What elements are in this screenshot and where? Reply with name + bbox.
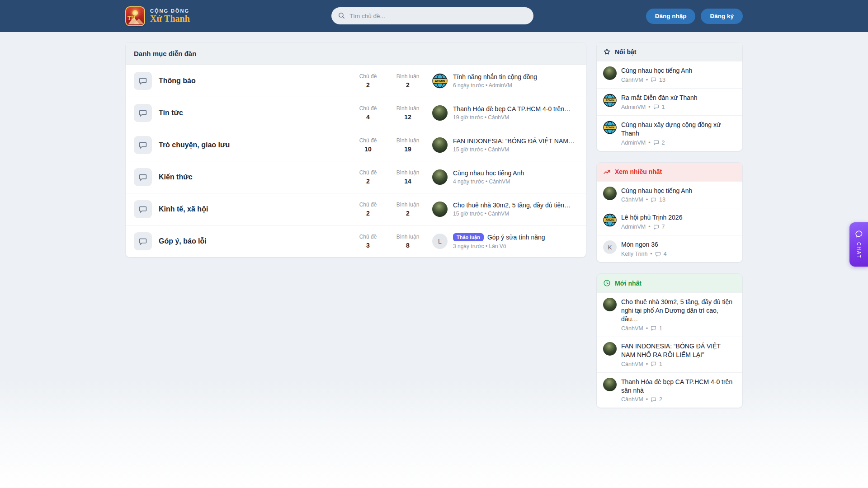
topic-title[interactable]: Ra mắt Diễn đàn xứ Thanh bbox=[621, 94, 698, 102]
meta-separator: • bbox=[648, 140, 650, 146]
category-name: Kinh tế, xã hội bbox=[159, 205, 348, 213]
svg-text:ADMIN: ADMIN bbox=[435, 80, 445, 83]
sidebar-topic-item[interactable]: Cùng nhau học tiếng Anh CảnhVM • 13 bbox=[597, 181, 742, 208]
sidebar-topic-item[interactable]: FAN INDONESIA: “BÓNG ĐÁ VIỆT NAM NHỔ RA … bbox=[597, 337, 742, 372]
comments-count: 19 bbox=[388, 145, 428, 153]
category-chat-bubble-icon bbox=[134, 104, 152, 122]
avatar bbox=[603, 66, 617, 80]
forum-category-row[interactable]: Trò chuyện, giao lưu Chủ đề 10 Bình luận… bbox=[126, 129, 586, 161]
comment-icon bbox=[655, 251, 661, 257]
topics-stat: Chủ đề 10 bbox=[348, 137, 388, 153]
meta-separator: • bbox=[648, 224, 650, 230]
sidebar-topic-item[interactable]: ADMIN Ra mắt Diễn đàn xứ Thanh AdminVM •… bbox=[597, 88, 742, 115]
brand-community-label: CỘNG ĐỒNG bbox=[150, 8, 190, 14]
category-chat-bubble-icon bbox=[134, 168, 152, 186]
forum-category-row[interactable]: Góp ý, báo lỗi Chủ đề 3 Bình luận 8 L Th… bbox=[126, 225, 586, 257]
latest-post: Cho thuê nhà 30m2, 5 tầng, đầy đủ tiện… … bbox=[432, 202, 578, 217]
brand-name: Xứ Thanh bbox=[150, 14, 190, 24]
topic-title[interactable]: Cùng nhau học tiếng Anh bbox=[621, 187, 692, 195]
comments-stat: Bình luận 19 bbox=[388, 137, 428, 153]
comment-icon bbox=[651, 325, 656, 331]
sidebar-topic-item[interactable]: ADMIN Cùng nhau xây dựng cộng đồng xứ Th… bbox=[597, 115, 742, 151]
comment-icon bbox=[653, 140, 659, 145]
admin-globe-icon: ADMIN bbox=[432, 73, 448, 89]
topic-title[interactable]: Lễ hội phủ Trịnh 2026 bbox=[621, 213, 682, 222]
topic-comment-count: 2 bbox=[662, 140, 665, 146]
comments-stat: Bình luận 8 bbox=[388, 234, 428, 249]
sidebar-topic-item[interactable]: ADMIN Lễ hội phủ Trịnh 2026 AdminVM • 7 bbox=[597, 208, 742, 235]
comments-count: 2 bbox=[388, 81, 428, 89]
site-logo[interactable]: TH CỘNG ĐỒNG Xứ Thanh bbox=[125, 6, 190, 26]
avatar: ADMIN bbox=[603, 94, 617, 107]
topics-count: 2 bbox=[348, 81, 388, 89]
latest-post: FAN INDONESIA: “BÓNG ĐÁ VIỆT NAM… 15 giờ… bbox=[432, 137, 578, 153]
featured-widget: Nổi bật Cùng nhau học tiếng Anh CảnhVM •… bbox=[596, 42, 743, 151]
topic-title[interactable]: Cùng nhau xây dựng cộng đồng xứ Thanh bbox=[621, 121, 736, 138]
admin-globe-icon: ADMIN bbox=[603, 213, 617, 227]
category-name: Kiến thức bbox=[159, 173, 348, 181]
sidebar-topic-item[interactable]: Cùng nhau học tiếng Anh CảnhVM • 13 bbox=[597, 61, 742, 88]
search-input[interactable] bbox=[331, 7, 533, 24]
latest-post-title[interactable]: FAN INDONESIA: “BÓNG ĐÁ VIỆT NAM… bbox=[453, 137, 575, 145]
avatar bbox=[432, 169, 448, 185]
trending-up-icon bbox=[603, 168, 611, 176]
avatar bbox=[603, 187, 617, 200]
topics-label: Chủ đề bbox=[348, 234, 388, 240]
avatar: K bbox=[603, 240, 617, 254]
svg-text:ADMIN: ADMIN bbox=[605, 126, 614, 129]
topic-comment-count: 7 bbox=[662, 224, 665, 230]
latest-post-title[interactable]: Cùng nhau học tiếng Anh bbox=[453, 169, 524, 177]
topic-title[interactable]: Thanh Hóa đè bẹp CA TP.HCM 4-0 trên sân … bbox=[621, 378, 736, 395]
category-name: Trò chuyện, giao lưu bbox=[159, 141, 348, 149]
forum-category-row[interactable]: Kinh tế, xã hội Chủ đề 2 Bình luận 2 Cho… bbox=[126, 193, 586, 225]
latest-post-title[interactable]: Cho thuê nhà 30m2, 5 tầng, đầy đủ tiện… bbox=[453, 202, 571, 209]
chat-label: CHAT bbox=[856, 242, 861, 258]
topics-count: 10 bbox=[348, 145, 388, 153]
sidebar-topic-item[interactable]: Cho thuê nhà 30m2, 5 tầng, đầy đủ tiện n… bbox=[597, 292, 742, 337]
latest-post-meta: 15 giờ trước • CảnhVM bbox=[453, 211, 571, 217]
comments-label: Bình luận bbox=[388, 105, 428, 112]
topic-title[interactable]: Món ngon 36 bbox=[621, 240, 667, 249]
avatar bbox=[603, 342, 617, 356]
meta-separator: • bbox=[646, 361, 648, 367]
latest-post: Cùng nhau học tiếng Anh 4 ngày trước • C… bbox=[432, 169, 578, 185]
comments-label: Bình luận bbox=[388, 137, 428, 144]
clock-icon bbox=[603, 279, 611, 287]
category-chat-bubble-icon bbox=[134, 72, 152, 90]
sidebar-topic-item[interactable]: K Món ngon 36 Kelly Trinh • 4 bbox=[597, 235, 742, 262]
comment-icon bbox=[651, 361, 656, 367]
star-icon bbox=[603, 48, 611, 56]
topics-label: Chủ đề bbox=[348, 202, 388, 208]
top-navigation-bar: TH CỘNG ĐỒNG Xứ Thanh Đăng nhập Đăng ký bbox=[0, 0, 868, 32]
topic-title[interactable]: Cùng nhau học tiếng Anh bbox=[621, 66, 692, 75]
latest-post-title[interactable]: Thanh Hóa đè bẹp CA TP.HCM 4-0 trên… bbox=[453, 105, 571, 113]
latest-post: Thanh Hóa đè bẹp CA TP.HCM 4-0 trên… 19 … bbox=[432, 105, 578, 121]
latest-post-title[interactable]: Góp ý sửa tính năng bbox=[487, 234, 545, 241]
topic-title[interactable]: FAN INDONESIA: “BÓNG ĐÁ VIỆT NAM NHỔ RA … bbox=[621, 342, 736, 359]
topic-author: Kelly Trinh bbox=[621, 251, 647, 257]
comments-count: 14 bbox=[388, 178, 428, 185]
forum-category-row[interactable]: Tin tức Chủ đề 4 Bình luận 12 Thanh Hóa … bbox=[126, 97, 586, 129]
avatar: L bbox=[432, 234, 448, 249]
latest-post-title[interactable]: Tính năng nhắn tin cộng đồng bbox=[453, 73, 537, 80]
login-button[interactable]: Đăng nhập bbox=[646, 9, 696, 24]
topics-label: Chủ đề bbox=[348, 73, 388, 80]
topic-title[interactable]: Cho thuê nhà 30m2, 5 tầng, đầy đủ tiện n… bbox=[621, 298, 736, 324]
topic-comment-count: 13 bbox=[659, 197, 665, 203]
forum-list-title: Danh mục diễn đàn bbox=[126, 42, 586, 65]
forum-category-row[interactable]: Kiến thức Chủ đề 2 Bình luận 14 Cùng nha… bbox=[126, 161, 586, 193]
forum-category-row[interactable]: Thông báo Chủ đề 2 Bình luận 2 ADMIN Tín… bbox=[126, 65, 586, 97]
comments-count: 8 bbox=[388, 242, 428, 249]
topics-count: 2 bbox=[348, 210, 388, 217]
forum-category-list: Danh mục diễn đàn Thông báo Chủ đề 2 Bìn… bbox=[125, 42, 586, 258]
register-button[interactable]: Đăng ký bbox=[701, 9, 743, 24]
forum-rows-container: Thông báo Chủ đề 2 Bình luận 2 ADMIN Tín… bbox=[126, 65, 586, 257]
topics-label: Chủ đề bbox=[348, 169, 388, 176]
sidebar-topic-item[interactable]: Thanh Hóa đè bẹp CA TP.HCM 4-0 trên sân … bbox=[597, 372, 742, 408]
chat-bubble-icon bbox=[854, 230, 863, 239]
comments-count: 2 bbox=[388, 210, 428, 217]
topic-author: CảnhVM bbox=[621, 197, 643, 203]
chat-button[interactable]: CHAT bbox=[849, 222, 868, 267]
avatar bbox=[432, 105, 448, 121]
topic-author: AdminVM bbox=[621, 104, 646, 110]
